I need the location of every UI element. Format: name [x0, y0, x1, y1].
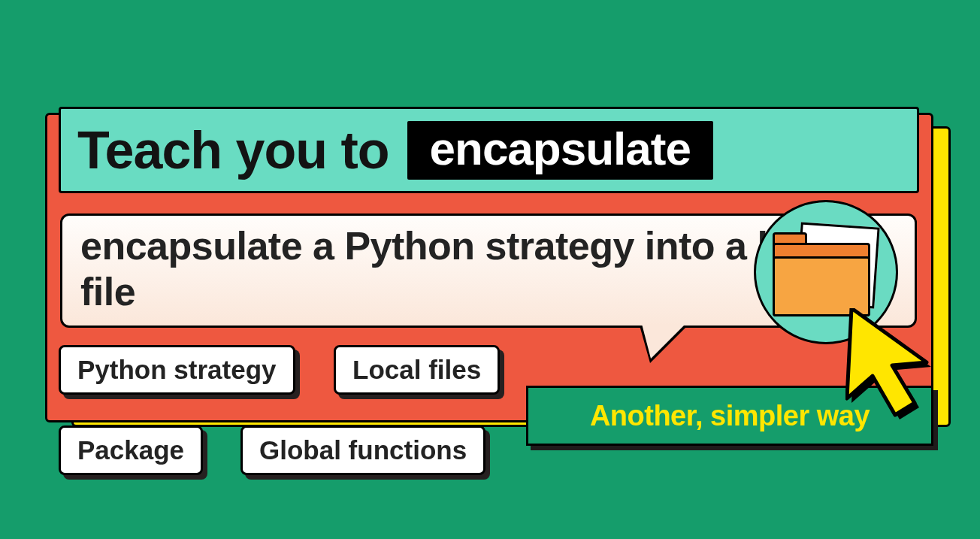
tag-package: Package	[59, 425, 203, 475]
callout-text: Another, simpler way	[590, 400, 870, 432]
tag-global-functions: Global functions	[240, 425, 485, 475]
title-bar: Teach you to encapsulate	[59, 107, 919, 193]
svg-marker-1	[847, 308, 927, 415]
description-text: encapsulate a Python strategy into a loc…	[80, 224, 844, 313]
cursor-icon	[845, 308, 943, 421]
tag-python-strategy: Python strategy	[59, 345, 295, 395]
tag-local-files: Local files	[334, 345, 500, 395]
title-lead: Teach you to	[77, 120, 389, 180]
title-highlight: encapsulate	[407, 121, 713, 180]
